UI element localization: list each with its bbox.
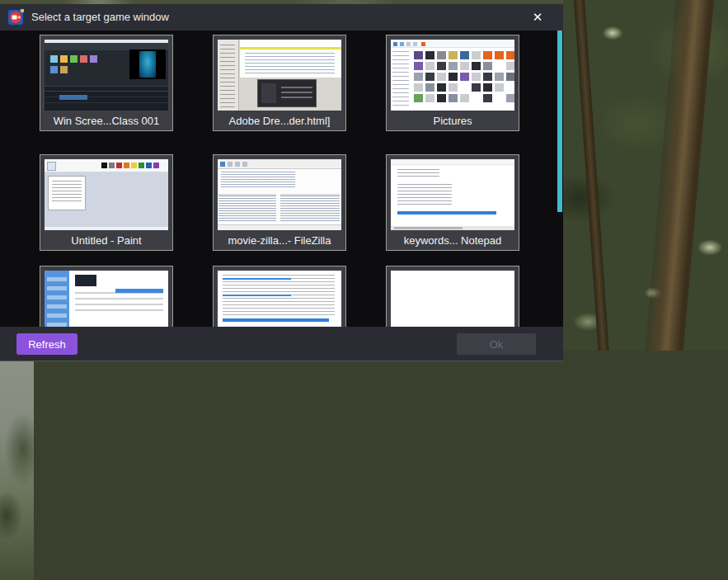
forest-background-left	[0, 351, 34, 580]
window-thumbnail[interactable]: Adobe Dre...der.html]	[213, 35, 346, 131]
window-thumbnail[interactable]: Untitled - Paint	[40, 154, 173, 251]
thumbnail-label: keywords... Notepad	[387, 232, 519, 249]
window-thumbnail[interactable]	[40, 266, 173, 327]
thumbnail-label: movie-zilla...- FileZilla	[214, 232, 345, 249]
dialog-close-icon[interactable]: ✕	[525, 4, 550, 31]
window-thumbnail[interactable]	[386, 266, 519, 327]
thumbnail-image	[45, 159, 168, 230]
window-thumbnail[interactable]: Pictures	[386, 35, 519, 131]
thumbnail-label: Pictures	[387, 112, 519, 130]
tree-trunk	[573, 0, 609, 351]
window-grid: Win Scree...Class 001 Adobe Dre...der.ht…	[0, 31, 563, 327]
ok-button[interactable]: Ok	[457, 333, 536, 355]
window-thumbnail[interactable]	[213, 266, 346, 327]
thumbnail-label: Untitled - Paint	[40, 232, 172, 249]
thumbnail-image	[391, 159, 514, 230]
dialog-titlebar: Select a target game window ✕	[0, 4, 563, 31]
window-thumbnail[interactable]: Win Scree...Class 001	[40, 35, 173, 131]
thumbnail-image	[45, 40, 168, 111]
tree-trunk	[644, 0, 714, 351]
thumbnail-image	[218, 40, 341, 111]
window-thumbnail[interactable]: movie-zilla...- FileZilla	[213, 154, 346, 251]
thumbnail-label: Adobe Dre...der.html]	[214, 112, 345, 130]
dialog-title: Select a target game window	[31, 4, 169, 31]
thumbnail-label: Win Scree...Class 001	[40, 112, 172, 130]
dialog-footer: Refresh Ok	[0, 327, 563, 361]
window-thumbnail[interactable]: keywords... Notepad	[386, 154, 519, 251]
thumbnail-image	[391, 40, 514, 111]
thumbnail-image	[45, 271, 168, 327]
forest-background-right	[563, 0, 728, 351]
app-logo-icon	[8, 9, 25, 26]
thumbnail-image	[391, 271, 514, 327]
desktop: Record Game ⚙ ≡ – ✕ Game Mode	[0, 0, 728, 580]
refresh-button[interactable]: Refresh	[16, 333, 77, 355]
thumbnail-image	[218, 159, 341, 230]
select-game-window-dialog: Select a target game window ✕ Win Scree.…	[0, 4, 563, 361]
thumbnail-image	[218, 271, 341, 327]
scrollbar-thumb[interactable]	[557, 31, 562, 212]
